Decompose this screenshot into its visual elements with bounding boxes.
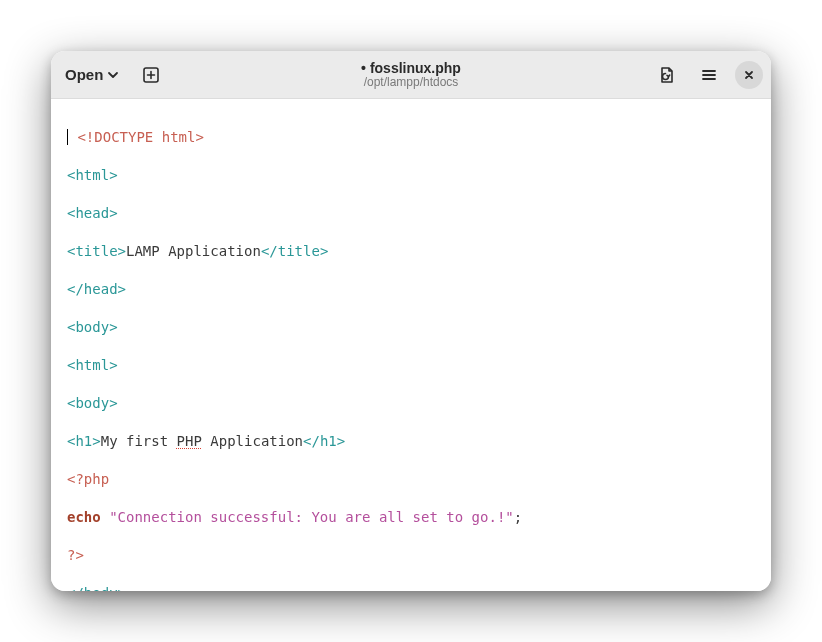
titlebar: Open • fosslinux.php /opt/lampp/htdocs <box>51 51 771 99</box>
editor-window: Open • fosslinux.php /opt/lampp/htdocs <box>51 51 771 591</box>
code-line: </body> <box>67 584 755 591</box>
code-line: <html> <box>67 356 755 375</box>
text-cursor <box>67 129 68 145</box>
file-name: fosslinux.php <box>370 60 461 76</box>
modified-indicator: • <box>361 60 370 76</box>
open-button[interactable]: Open <box>59 62 125 87</box>
code-line: <body> <box>67 318 755 337</box>
menu-button[interactable] <box>693 59 725 91</box>
code-line: ?> <box>67 546 755 565</box>
hamburger-icon <box>700 66 718 84</box>
code-line: <head> <box>67 204 755 223</box>
code-line: <!DOCTYPE html> <box>67 128 755 147</box>
open-button-label: Open <box>65 66 103 83</box>
code-line: <title>LAMP Application</title> <box>67 242 755 261</box>
code-line: </head> <box>67 280 755 299</box>
code-editor[interactable]: <!DOCTYPE html> <html> <head> <title>LAM… <box>51 99 771 591</box>
close-button[interactable] <box>735 61 763 89</box>
close-icon <box>743 69 755 81</box>
plus-tab-icon <box>142 66 160 84</box>
code-line: <html> <box>67 166 755 185</box>
code-line: <?php <box>67 470 755 489</box>
code-line: <body> <box>67 394 755 413</box>
new-tab-button[interactable] <box>135 59 167 91</box>
chevron-down-icon <box>107 69 119 81</box>
code-line: echo "Connection successful: You are all… <box>67 508 755 527</box>
code-line: <h1>My first PHP Application</h1> <box>67 432 755 451</box>
document-icon <box>658 66 676 84</box>
save-button[interactable] <box>651 59 683 91</box>
